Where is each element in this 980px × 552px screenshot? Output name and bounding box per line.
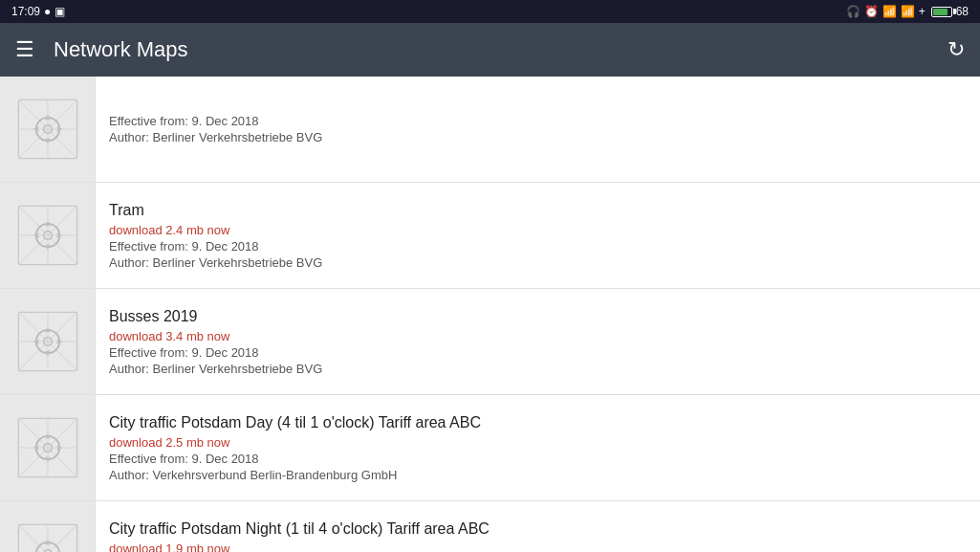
map-effective-date: Effective from: 9. Dec 2018 <box>109 239 967 254</box>
map-name: City traffic Potsdam Night (1 til 4 o'cl… <box>109 519 967 540</box>
app-bar: ☰ Network Maps ↻ <box>0 23 980 77</box>
map-name: City traffic Potsdam Day (4 til 1 o'cloc… <box>109 413 967 433</box>
battery-level: 68 <box>956 5 969 18</box>
map-author: Author: Berliner Verkehrsbetriebe BVG <box>109 130 967 144</box>
status-bar: 17:09 ● ▣ 🎧 ⏰ 📶 📶 + 68 <box>0 0 980 23</box>
headphone-icon: 🎧 <box>846 5 860 18</box>
map-author: Author: Berliner Verkehrsbetriebe BVG <box>109 255 967 270</box>
list-item[interactable]: Tramdownload 2.4 mb nowEffective from: 9… <box>0 183 980 289</box>
list-item[interactable]: City traffic Potsdam Day (4 til 1 o'cloc… <box>0 395 980 501</box>
battery-icon <box>931 7 952 17</box>
map-info: City traffic Potsdam Day (4 til 1 o'cloc… <box>96 395 980 500</box>
map-info: Busses 2019download 3.4 mb nowEffective … <box>96 289 980 394</box>
list-item[interactable]: Busses 2019download 3.4 mb nowEffective … <box>0 289 980 395</box>
map-author: Author: Berliner Verkehrsbetriebe BVG <box>109 362 967 376</box>
map-effective-date: Effective from: 9. Dec 2018 <box>109 114 967 128</box>
wifi-icon: 📶 <box>882 5 897 18</box>
list-item[interactable]: City traffic Potsdam Night (1 til 4 o'cl… <box>0 501 980 552</box>
map-download-link[interactable]: download 1.9 mb now <box>109 541 967 552</box>
map-info: Effective from: 9. Dec 2018Author: Berli… <box>96 77 980 182</box>
map-thumbnail <box>0 183 96 288</box>
map-name: Busses 2019 <box>109 307 967 327</box>
refresh-button[interactable]: ↻ <box>947 37 965 62</box>
signal-icon: 📶 <box>901 5 915 18</box>
status-left: 17:09 ● ▣ <box>11 5 65 18</box>
map-thumbnail <box>0 501 96 552</box>
map-name: Tram <box>109 201 967 221</box>
map-info: Tramdownload 2.4 mb nowEffective from: 9… <box>96 183 980 288</box>
map-download-link[interactable]: download 3.4 mb now <box>109 329 967 343</box>
menu-button[interactable]: ☰ <box>15 39 34 60</box>
map-info: City traffic Potsdam Night (1 til 4 o'cl… <box>96 501 980 552</box>
page-title: Network Maps <box>54 37 928 62</box>
map-download-link[interactable]: download 2.4 mb now <box>109 223 967 237</box>
status-right: 🎧 ⏰ 📶 📶 + 68 <box>846 5 969 18</box>
alarm-icon: ⏰ <box>864 5 879 18</box>
map-effective-date: Effective from: 9. Dec 2018 <box>109 452 967 466</box>
notification-icon: ● <box>44 5 51 18</box>
charging-icon: + <box>919 5 926 18</box>
map-author: Author: Verkehrsverbund Berlin-Brandenbu… <box>109 468 967 482</box>
map-effective-date: Effective from: 9. Dec 2018 <box>109 345 967 360</box>
map-thumbnail <box>0 77 96 182</box>
map-thumbnail <box>0 395 96 500</box>
map-download-link[interactable]: download 2.5 mb now <box>109 435 967 450</box>
time-display: 17:09 <box>11 5 40 18</box>
list-item[interactable]: Effective from: 9. Dec 2018Author: Berli… <box>0 77 980 183</box>
map-thumbnail <box>0 289 96 394</box>
map-list: Effective from: 9. Dec 2018Author: Berli… <box>0 77 980 552</box>
gallery-icon: ▣ <box>54 5 65 18</box>
